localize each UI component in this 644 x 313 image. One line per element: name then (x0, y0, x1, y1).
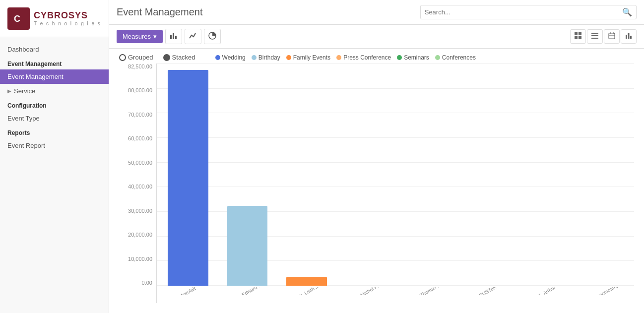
svg-rect-18 (628, 33, 630, 39)
sidebar-item-dashboard[interactable]: Dashboard (0, 42, 109, 57)
x-label-group-5: ASUSTeK (455, 287, 515, 295)
svg-rect-7 (579, 32, 581, 35)
x-label-michel-fletcher: Agrolait, Michel Fletcher (342, 287, 391, 295)
y-label-5: 40,000.00 (119, 184, 152, 189)
sidebar-item-service[interactable]: ▶ Service (0, 84, 109, 98)
stacked-radio-circle (163, 54, 170, 61)
bar-group-6 (515, 63, 572, 286)
chart-legend: Wedding Birthday Family Events Press Con… (215, 54, 476, 61)
chevron-right-icon: ▶ (7, 88, 11, 94)
svg-rect-13 (609, 33, 615, 39)
svg-rect-19 (630, 36, 632, 39)
bar-group-5 (455, 63, 513, 286)
sidebar-nav: Dashboard Event Management Event Managem… (0, 37, 109, 313)
bar-group-4 (396, 63, 454, 286)
y-axis: 82,500.00 80,000.00 70,000.00 60,000.00 … (119, 63, 156, 303)
sidebar-section-reports: Reports (0, 125, 109, 138)
legend-label-wedding: Wedding (222, 54, 246, 61)
sidebar: C CYBROSYS T e c h n o l o g i e s Dashb… (0, 0, 109, 313)
x-label-edward-foster: Agrolait, Edward Foster (224, 287, 271, 295)
grouped-radio-circle (119, 54, 126, 61)
bar-agrolait (168, 70, 208, 286)
chart-view-button[interactable] (621, 29, 637, 44)
list-view-button[interactable] (587, 29, 603, 44)
legend-seminars: Seminars (397, 54, 429, 61)
y-label-1: 80,000.00 (119, 87, 152, 93)
calendar-view-button[interactable] (604, 29, 620, 44)
pie-chart-button[interactable] (204, 29, 221, 44)
bar-group-2 (278, 63, 335, 286)
legend-dot-birthday (252, 55, 257, 60)
legend-dot-conferences (435, 55, 440, 60)
bar-group-1 (218, 63, 276, 286)
search-bar: 🔍 (420, 5, 637, 19)
legend-label-birthday: Birthday (258, 54, 280, 61)
legend-family-events: Family Events (286, 54, 330, 61)
x-label-group-3: Agrolait, Michel Fletcher (336, 287, 395, 295)
x-label-group-0: Agrolait (157, 287, 216, 295)
x-label-group-4: Agrolait, Thomas Passot (395, 287, 455, 295)
legend-label-press-conference: Press Conference (343, 54, 391, 61)
x-label-group-6: ASUSTeK, Arthur Gomez (515, 287, 575, 295)
chart-options: Grouped Stacked Wedding Birthday Family … (119, 54, 634, 61)
x-label-thomas-passot: Agrolait, Thomas Passot (402, 287, 451, 295)
chart-grid-area: Agrolait Agrolait, Edward Foster Anrolai… (156, 63, 634, 303)
grouped-radio[interactable]: Grouped (119, 54, 153, 61)
legend-conferences: Conferences (435, 54, 476, 61)
svg-rect-9 (579, 36, 581, 39)
sidebar-item-event-management[interactable]: Event Management (0, 69, 109, 84)
svg-text:C: C (14, 14, 20, 24)
logo-area: C CYBROSYS T e c h n o l o g i e s (0, 0, 109, 37)
logo-sub: T e c h n o l o g i e s (34, 21, 101, 26)
logo-name: CYBROSYS (34, 10, 101, 21)
search-input[interactable] (425, 8, 622, 16)
search-button[interactable]: 🔍 (622, 7, 632, 17)
bar-chart: 82,500.00 80,000.00 70,000.00 60,000.00 … (119, 63, 634, 303)
x-label-camptocamp: Camptocamp (591, 287, 620, 295)
x-label-group-2: Anrolait, Laith Jubair (276, 287, 336, 295)
y-label-9: 0.00 (119, 280, 152, 286)
svg-rect-4 (175, 36, 177, 39)
y-label-0: 82,500.00 (119, 63, 152, 69)
legend-dot-seminars (397, 55, 402, 60)
svg-rect-3 (173, 33, 174, 39)
header: Event Management 🔍 (109, 0, 644, 25)
logo-icon: C (7, 7, 30, 30)
bar-edward-foster (227, 206, 267, 286)
x-label-laith-jubair: Anrolait, Laith Jubair (286, 287, 328, 295)
sidebar-item-event-report[interactable]: Event Report (0, 138, 109, 153)
bars-area (157, 63, 634, 286)
y-label-3: 60,000.00 (119, 135, 152, 141)
legend-label-seminars: Seminars (404, 54, 429, 61)
grouped-label: Grouped (128, 54, 153, 61)
legend-label-conferences: Conferences (442, 54, 476, 61)
y-label-4: 50,000.00 (119, 160, 152, 166)
y-label-6: 30,000.00 (119, 208, 152, 214)
x-label-group-1: Agrolait, Edward Foster (216, 287, 276, 295)
legend-dot-wedding (215, 55, 220, 60)
svg-rect-8 (575, 36, 578, 39)
measures-label: Measures (123, 33, 151, 40)
svg-rect-12 (591, 38, 598, 39)
line-chart-button[interactable] (185, 29, 201, 44)
legend-wedding: Wedding (215, 54, 246, 61)
legend-press-conference: Press Conference (336, 54, 391, 61)
sidebar-item-service-label: Service (14, 87, 35, 95)
sidebar-section-event-management: Event Management (0, 57, 109, 69)
legend-dot-family-events (286, 55, 291, 60)
measures-button[interactable]: Measures ▾ (117, 30, 163, 43)
svg-rect-2 (170, 35, 172, 39)
svg-rect-11 (591, 35, 598, 36)
bar-chart-button[interactable] (165, 29, 182, 44)
stacked-radio[interactable]: Stacked (163, 54, 195, 61)
x-label-agrolait: Agrolait (179, 287, 196, 295)
y-label-8: 10,000.00 (119, 256, 152, 262)
toolbar: Measures ▾ (109, 25, 644, 49)
grid-view-button[interactable] (570, 29, 586, 44)
x-labels: Agrolait Agrolait, Edward Foster Anrolai… (157, 286, 634, 303)
bar-group-7 (574, 63, 632, 286)
sidebar-item-event-type[interactable]: Event Type (0, 111, 109, 125)
stacked-label: Stacked (172, 54, 195, 61)
svg-rect-10 (591, 33, 598, 34)
bar-group-0 (159, 63, 217, 286)
